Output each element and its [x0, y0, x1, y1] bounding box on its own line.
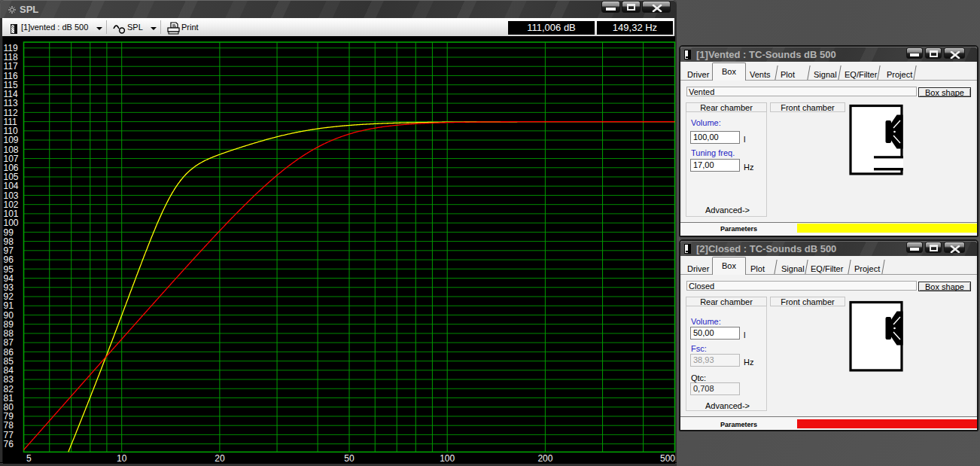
svg-text:90: 90 — [4, 310, 14, 321]
svg-text:78: 78 — [4, 420, 14, 431]
svg-text:107: 107 — [4, 154, 19, 164]
svg-text:82: 82 — [4, 384, 14, 394]
svg-text:200: 200 — [537, 453, 552, 464]
svg-text:5: 5 — [26, 453, 32, 464]
svg-text:76: 76 — [4, 439, 14, 449]
svg-text:86: 86 — [4, 347, 14, 358]
svg-text:91: 91 — [4, 300, 14, 311]
svg-text:95: 95 — [4, 264, 14, 275]
svg-text:119: 119 — [4, 43, 18, 53]
svg-text:88: 88 — [4, 328, 14, 339]
svg-text:94: 94 — [4, 273, 14, 284]
svg-text:112: 112 — [4, 108, 18, 118]
svg-text:101: 101 — [4, 209, 19, 219]
svg-text:99: 99 — [4, 227, 14, 238]
svg-text:96: 96 — [4, 254, 14, 265]
svg-text:104: 104 — [4, 181, 19, 191]
svg-text:100: 100 — [4, 218, 19, 228]
svg-text:93: 93 — [4, 282, 14, 293]
svg-text:102: 102 — [4, 199, 19, 210]
svg-text:50: 50 — [344, 453, 355, 464]
svg-text:100: 100 — [440, 453, 455, 464]
svg-text:97: 97 — [4, 245, 14, 256]
svg-text:92: 92 — [4, 291, 14, 302]
svg-text:77: 77 — [4, 430, 14, 440]
svg-text:109: 109 — [4, 135, 19, 145]
svg-text:85: 85 — [4, 356, 14, 367]
svg-text:106: 106 — [4, 163, 19, 173]
svg-text:84: 84 — [4, 365, 14, 376]
svg-text:20: 20 — [215, 453, 225, 464]
svg-text:80: 80 — [4, 402, 14, 413]
svg-text:83: 83 — [4, 374, 14, 385]
svg-text:114: 114 — [4, 89, 18, 99]
svg-text:110: 110 — [4, 126, 18, 136]
svg-text:79: 79 — [4, 411, 14, 422]
svg-text:111: 111 — [4, 117, 18, 127]
svg-text:89: 89 — [4, 319, 14, 330]
svg-text:117: 117 — [4, 61, 18, 72]
svg-text:108: 108 — [4, 145, 19, 155]
svg-text:87: 87 — [4, 337, 14, 348]
svg-text:115: 115 — [4, 80, 18, 90]
svg-text:113: 113 — [4, 98, 18, 108]
svg-text:105: 105 — [4, 172, 19, 182]
svg-text:103: 103 — [4, 190, 19, 201]
svg-text:98: 98 — [4, 236, 14, 247]
svg-text:81: 81 — [4, 393, 14, 404]
svg-text:500: 500 — [660, 453, 675, 464]
svg-text:10: 10 — [117, 453, 127, 464]
svg-text:118: 118 — [4, 52, 18, 62]
svg-text:116: 116 — [4, 71, 18, 81]
